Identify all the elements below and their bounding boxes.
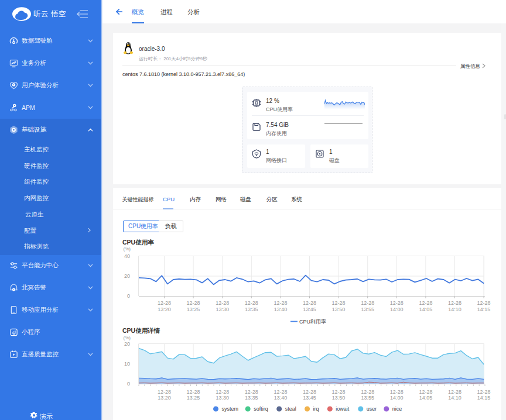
svg-text:12-28: 12-28 <box>419 389 432 395</box>
svg-text:12-28: 12-28 <box>216 389 229 395</box>
svg-text:0: 0 <box>127 293 130 299</box>
svg-text:12-28: 12-28 <box>216 300 229 306</box>
svg-text:10: 10 <box>124 361 130 367</box>
svg-text:14:05: 14:05 <box>419 307 433 312</box>
svg-text:12-28: 12-28 <box>158 300 171 306</box>
svg-text:12-28: 12-28 <box>419 300 432 306</box>
svg-text:iowait: iowait <box>336 406 350 412</box>
svg-text:12-28: 12-28 <box>390 300 404 306</box>
svg-text:12-28: 12-28 <box>332 389 346 395</box>
svg-text:14:10: 14:10 <box>448 395 461 401</box>
svg-text:steal: steal <box>285 406 296 412</box>
svg-text:12-28: 12-28 <box>448 389 461 395</box>
svg-text:13:20: 13:20 <box>158 395 171 401</box>
svg-text:13:20: 13:20 <box>158 307 171 312</box>
svg-text:12-28: 12-28 <box>273 389 287 395</box>
svg-text:13:25: 13:25 <box>187 307 200 312</box>
svg-text:softirq: softirq <box>254 406 268 412</box>
svg-text:13:50: 13:50 <box>332 395 346 401</box>
svg-text:14:10: 14:10 <box>448 307 461 312</box>
svg-text:12-28: 12-28 <box>245 300 258 306</box>
svg-text:12-28: 12-28 <box>361 389 374 395</box>
svg-text:40: 40 <box>124 253 130 259</box>
svg-text:14:00: 14:00 <box>390 307 404 312</box>
svg-text:12-28: 12-28 <box>477 300 491 306</box>
svg-text:13:45: 13:45 <box>303 307 316 312</box>
svg-text:13:40: 13:40 <box>274 307 288 312</box>
svg-text:nice: nice <box>392 406 402 412</box>
svg-text:12-28: 12-28 <box>332 300 346 306</box>
svg-text:14:15: 14:15 <box>477 395 491 401</box>
svg-text:12-28: 12-28 <box>158 389 171 395</box>
svg-text:14:05: 14:05 <box>419 395 433 401</box>
svg-text:12-28: 12-28 <box>273 300 287 306</box>
svg-text:12-28: 12-28 <box>361 300 374 306</box>
svg-text:13:55: 13:55 <box>361 307 374 312</box>
svg-text:12-28: 12-28 <box>245 389 258 395</box>
svg-text:12-28: 12-28 <box>187 389 200 395</box>
svg-text:12-28: 12-28 <box>303 389 316 395</box>
svg-text:12-28: 12-28 <box>448 300 461 306</box>
svg-text:13:45: 13:45 <box>303 395 316 401</box>
svg-text:12-28: 12-28 <box>303 300 316 306</box>
svg-text:14:00: 14:00 <box>390 395 404 401</box>
svg-text:system: system <box>222 406 239 412</box>
svg-text:(%): (%) <box>124 246 131 252</box>
svg-text:14:15: 14:15 <box>477 307 491 312</box>
svg-text:13:50: 13:50 <box>332 307 346 312</box>
svg-text:12-28: 12-28 <box>187 300 200 306</box>
svg-text:12-28: 12-28 <box>390 389 404 395</box>
svg-text:13:25: 13:25 <box>187 395 200 401</box>
svg-text:13:30: 13:30 <box>216 307 229 312</box>
svg-text:13:35: 13:35 <box>245 395 258 401</box>
svg-text:13:30: 13:30 <box>216 395 229 401</box>
svg-text:irq: irq <box>313 406 319 412</box>
svg-text:user: user <box>367 406 377 412</box>
svg-text:(%): (%) <box>124 335 131 340</box>
svg-text:0: 0 <box>127 381 130 387</box>
svg-text:CPU利用率: CPU利用率 <box>299 319 326 325</box>
svg-text:20: 20 <box>124 341 130 347</box>
svg-text:13:55: 13:55 <box>361 395 374 401</box>
svg-text:13:35: 13:35 <box>245 307 258 312</box>
svg-text:13:40: 13:40 <box>274 395 288 401</box>
svg-text:20: 20 <box>124 273 130 279</box>
svg-text:12-28: 12-28 <box>477 389 491 395</box>
